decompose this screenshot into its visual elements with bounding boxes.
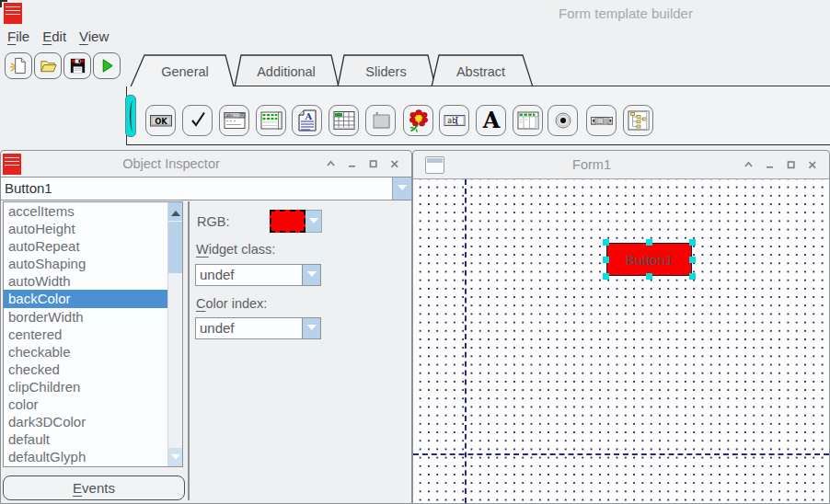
property-row-clipChildren[interactable]: clipChildren bbox=[4, 378, 182, 395]
tab-general[interactable]: General bbox=[131, 55, 234, 87]
inspector-splitter[interactable] bbox=[188, 201, 190, 500]
run-icon bbox=[98, 56, 117, 75]
property-row-checkable[interactable]: checkable bbox=[4, 343, 182, 361]
tab-label: General bbox=[161, 64, 209, 79]
property-row-color[interactable]: color bbox=[4, 395, 182, 413]
object-inspector-title: Object Inspector bbox=[21, 156, 321, 171]
tab-label: Abstract bbox=[456, 64, 505, 79]
palette-label-button[interactable]: A bbox=[476, 105, 506, 136]
palette-memo-button[interactable]: A bbox=[292, 105, 322, 136]
combobox-icon: abc bbox=[223, 109, 247, 132]
scroll-down-icon[interactable] bbox=[168, 448, 182, 466]
chevron-down-icon[interactable] bbox=[302, 265, 320, 285]
label-icon: A bbox=[479, 109, 503, 132]
property-row-autoWidth[interactable]: autoWidth bbox=[4, 272, 182, 290]
maximize-icon[interactable] bbox=[367, 158, 379, 169]
property-row-centered[interactable]: centered bbox=[4, 326, 182, 343]
palette-stringgrid-button[interactable] bbox=[329, 105, 359, 136]
chevron-down-icon[interactable] bbox=[305, 210, 322, 233]
scrollbar-thumb[interactable] bbox=[168, 222, 182, 273]
image-icon bbox=[407, 109, 431, 132]
palette-image-button[interactable] bbox=[403, 105, 433, 136]
save-button[interactable] bbox=[63, 52, 91, 79]
object-selector-combobox[interactable]: Button1 bbox=[1, 177, 411, 200]
minimize-icon[interactable] bbox=[346, 158, 358, 169]
selection-handle[interactable] bbox=[646, 273, 652, 280]
form-titlebar[interactable]: Form1 bbox=[413, 151, 829, 178]
svg-text:A: A bbox=[481, 109, 500, 132]
window-controls bbox=[739, 159, 829, 170]
property-row-defaultGlyph[interactable]: defaultGlyph bbox=[4, 448, 182, 465]
palette-listview-button[interactable] bbox=[513, 105, 543, 136]
checkbox-icon bbox=[186, 109, 210, 132]
selection-handle[interactable] bbox=[603, 273, 609, 280]
rgb-color-swatch[interactable] bbox=[270, 210, 305, 233]
property-row-accelItems[interactable]: accelItems bbox=[4, 202, 182, 220]
chevron-down-icon[interactable] bbox=[302, 318, 320, 338]
scrollbar-icon bbox=[590, 109, 614, 132]
widget-class-combobox[interactable]: undef bbox=[195, 264, 321, 286]
palette-ok-button-button[interactable]: OK bbox=[145, 105, 176, 136]
save-icon bbox=[68, 56, 87, 75]
palette-radiobutton-button[interactable] bbox=[548, 105, 578, 136]
palette-panel-button[interactable]: x bbox=[365, 105, 396, 136]
property-row-backColor[interactable]: backColor bbox=[4, 290, 182, 307]
property-row-autoHeight[interactable]: autoHeight bbox=[4, 220, 182, 237]
palette-checkbox-button[interactable] bbox=[182, 105, 213, 136]
palette-grid-button[interactable] bbox=[256, 105, 286, 136]
property-row-checked[interactable]: checked bbox=[4, 361, 182, 378]
minimize-icon[interactable] bbox=[764, 159, 776, 170]
scroll-up-icon[interactable] bbox=[168, 202, 182, 221]
selection-handle[interactable] bbox=[603, 239, 609, 246]
selection-handle[interactable] bbox=[689, 257, 696, 263]
property-row-dark3DColor[interactable]: dark3DColor bbox=[4, 413, 182, 430]
form-title: Form1 bbox=[444, 157, 739, 172]
main-window-title: Form template builder bbox=[497, 6, 755, 21]
palette-edit-button[interactable]: ab bbox=[439, 105, 469, 136]
chevron-down-icon[interactable] bbox=[392, 178, 411, 200]
selection-handle[interactable] bbox=[603, 257, 609, 263]
menu-file[interactable]: File bbox=[7, 29, 29, 44]
tab-label: Additional bbox=[257, 64, 316, 79]
ok-button-icon: OK bbox=[149, 109, 173, 132]
panel-icon: x bbox=[369, 109, 393, 132]
events-button[interactable]: Events bbox=[3, 475, 185, 500]
grid-icon bbox=[259, 109, 283, 132]
property-row-autoRepeat[interactable]: autoRepeat bbox=[4, 237, 182, 255]
new-file-button[interactable] bbox=[5, 52, 32, 79]
palette-scrollbar-button[interactable] bbox=[586, 105, 617, 136]
property-row-borderWidth[interactable]: borderWidth bbox=[4, 308, 182, 326]
tab-bar: AdditionalSlidersAbstractGeneral bbox=[124, 53, 548, 88]
property-list-scrollbar[interactable] bbox=[167, 202, 182, 466]
listview-icon bbox=[516, 109, 540, 132]
shade-icon[interactable] bbox=[743, 159, 755, 170]
palette-combobox-button[interactable]: abc bbox=[219, 105, 249, 136]
close-icon[interactable] bbox=[388, 158, 400, 169]
form-button1[interactable]: Button1 bbox=[606, 243, 692, 276]
close-icon[interactable] bbox=[806, 159, 818, 170]
selection-handle[interactable] bbox=[689, 239, 696, 246]
palette-treeview-button[interactable] bbox=[623, 105, 653, 136]
tab-sliders[interactable]: Sliders bbox=[338, 55, 435, 87]
tab-additional[interactable]: Additional bbox=[235, 55, 339, 87]
run-button[interactable] bbox=[93, 52, 121, 79]
maximize-icon[interactable] bbox=[785, 159, 797, 170]
main-toolbar bbox=[5, 52, 121, 79]
open-folder-button[interactable] bbox=[34, 52, 62, 79]
window-controls bbox=[321, 158, 411, 169]
menu-edit[interactable]: Edit bbox=[42, 29, 66, 44]
app-logo-icon bbox=[3, 154, 21, 175]
color-index-combobox[interactable]: undef bbox=[195, 317, 321, 339]
menu-view[interactable]: View bbox=[79, 29, 109, 44]
property-row-autoShaping[interactable]: autoShaping bbox=[4, 255, 182, 272]
palette-handle-button[interactable] bbox=[125, 95, 136, 137]
form-design-canvas[interactable]: Button1 bbox=[413, 178, 829, 503]
tab-abstract[interactable]: Abstract bbox=[432, 55, 533, 87]
object-inspector-titlebar[interactable]: Object Inspector bbox=[1, 151, 411, 177]
handle-icon bbox=[127, 97, 135, 134]
memo-icon: A bbox=[295, 109, 319, 132]
shade-icon[interactable] bbox=[325, 158, 337, 169]
selection-handle[interactable] bbox=[689, 273, 696, 280]
selection-handle[interactable] bbox=[646, 239, 652, 246]
property-row-default[interactable]: default bbox=[4, 430, 182, 448]
